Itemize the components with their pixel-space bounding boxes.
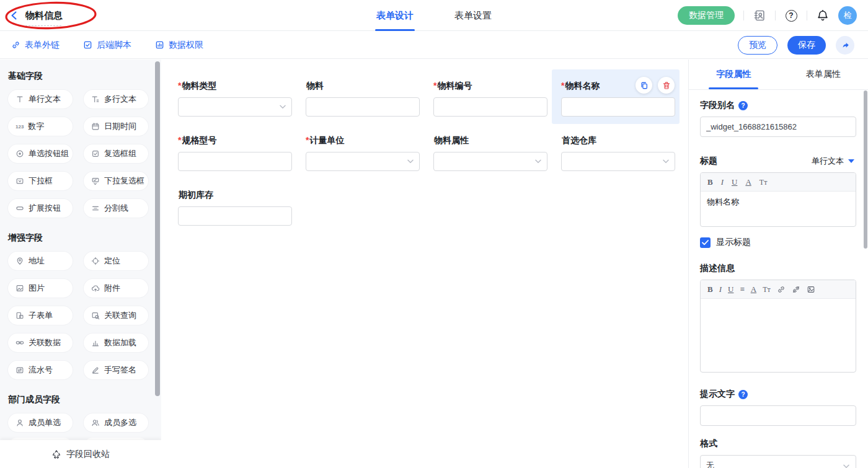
sidebar-item-extend-button[interactable]: 扩展按钮	[8, 199, 73, 218]
data-manage-button[interactable]: 数据管理	[678, 6, 735, 25]
sidebar-item-data-load[interactable]: 数据加载	[84, 333, 148, 352]
sidebar-item-single-line-text[interactable]: 单行文本	[8, 90, 73, 108]
font-color-icon[interactable]: A	[751, 285, 756, 293]
italic-icon[interactable]: I	[719, 285, 722, 293]
sidebar-item-linked-data[interactable]: 关联数据	[8, 333, 73, 352]
sidebar-item-linked-query[interactable]: 关联查询	[84, 306, 148, 325]
basic-fields-grid: 单行文本 多行文本 123数字 日期时间 单选按钮组 复选框组 下拉框 下拉复选…	[8, 90, 149, 218]
tab-form-properties[interactable]: 表单属性	[779, 60, 868, 89]
material-name-input[interactable]	[561, 97, 675, 117]
serial-number-icon	[16, 366, 24, 374]
canvas-field-material-attr[interactable]: 物料属性	[424, 124, 552, 179]
material-type-select[interactable]	[178, 97, 292, 117]
sidebar-item-dropdown[interactable]: 下拉框	[8, 172, 73, 190]
sidebar-scrollbar[interactable]	[155, 61, 160, 396]
required-mark: *	[178, 81, 181, 91]
bold-icon[interactable]: B	[707, 178, 713, 186]
sidebar-item-subform[interactable]: 子表单	[8, 306, 73, 325]
insert-image-icon[interactable]	[807, 285, 815, 294]
copy-field-button[interactable]	[636, 77, 652, 94]
material-input[interactable]	[306, 97, 420, 117]
sidebar-item-signature[interactable]: 手写签名	[84, 361, 148, 379]
help-icon[interactable]: ?	[784, 9, 798, 22]
description-editor-content[interactable]	[701, 299, 856, 372]
sidebar-item-address[interactable]: 地址	[8, 252, 73, 270]
canvas-field-unit[interactable]: *计量单位	[296, 124, 424, 179]
bar-chart-icon	[91, 338, 100, 347]
sidebar-item-image[interactable]: 图片	[8, 279, 73, 298]
sidebar-item-dropdown-multi[interactable]: 下拉复选框	[84, 172, 148, 190]
cloud-upload-icon	[91, 284, 100, 293]
bold-icon[interactable]: B	[707, 285, 713, 293]
form-grid: *物料类型 物料 *物料编号 *物料名称	[161, 60, 688, 233]
required-mark: *	[433, 81, 436, 91]
canvas-field-opening-stock[interactable]: 期初库存	[169, 179, 296, 233]
section-title-member-fields: 部门成员字段	[8, 394, 149, 405]
canvas-field-material-name-selected[interactable]: *物料名称	[552, 69, 680, 124]
caret-down-icon	[848, 159, 854, 163]
tab-field-properties[interactable]: 字段属性	[689, 60, 779, 89]
hint-text-help-icon[interactable]: ?	[738, 390, 748, 399]
sidebar-item-number[interactable]: 123数字	[8, 117, 73, 136]
user-avatar[interactable]: 检	[838, 6, 857, 25]
sidebar-item-attachment[interactable]: 附件	[84, 279, 148, 298]
font-size-icon[interactable]: Tт	[763, 286, 771, 293]
show-title-checkbox[interactable]	[700, 237, 711, 248]
notification-bell-icon[interactable]	[816, 9, 830, 22]
tab-form-settings[interactable]: 表单设置	[454, 0, 492, 31]
preferred-warehouse-select[interactable]	[561, 152, 675, 171]
form-external-link[interactable]: 表单外链	[11, 40, 60, 51]
field-alias-label: 字段别名	[700, 100, 735, 111]
panel-scrollbar[interactable]	[864, 91, 867, 249]
data-permission-link[interactable]: 数据权限	[155, 40, 203, 51]
field-recycle-bin[interactable]: 字段回收站	[0, 440, 161, 468]
trash-icon	[662, 81, 671, 90]
data-permission-icon	[155, 40, 164, 50]
backend-script-link[interactable]: 后端脚本	[83, 40, 131, 51]
sidebar-item-datetime[interactable]: 日期时间	[84, 117, 148, 136]
underline-icon[interactable]: U	[732, 178, 737, 186]
unit-select[interactable]	[306, 152, 420, 171]
opening-stock-input[interactable]	[178, 206, 292, 226]
canvas-field-spec-model[interactable]: *规格型号	[169, 124, 296, 179]
field-palette-sidebar: 基础字段 单行文本 多行文本 123数字 日期时间 单选按钮组 复选框组 下拉框…	[0, 60, 161, 468]
sidebar-item-member-multi[interactable]: 成员多选	[84, 413, 148, 432]
field-alias-help-icon[interactable]: ?	[738, 101, 748, 110]
italic-icon[interactable]: I	[721, 178, 724, 186]
remove-link-icon[interactable]	[792, 285, 800, 294]
hint-text-input[interactable]	[700, 405, 856, 426]
tab-form-design[interactable]: 表单设计	[376, 0, 414, 31]
preview-button[interactable]: 预览	[738, 36, 777, 55]
section-title-enhanced-fields: 增强字段	[8, 232, 149, 244]
canvas-field-material-type[interactable]: *物料类型	[169, 69, 296, 124]
share-arrow-icon	[841, 40, 850, 50]
field-alias-input[interactable]	[700, 117, 856, 137]
title-editor-content[interactable]: 物料名称	[701, 192, 856, 226]
share-button[interactable]	[836, 36, 854, 55]
material-code-input[interactable]	[433, 97, 547, 117]
align-icon[interactable]: ≡	[740, 285, 744, 293]
sidebar-item-location[interactable]: 定位	[84, 252, 148, 270]
material-attr-select[interactable]	[433, 152, 547, 171]
sidebar-item-multi-line-text[interactable]: 多行文本	[84, 90, 148, 108]
font-color-icon[interactable]: A	[745, 178, 751, 186]
sidebar-item-serial-number[interactable]: 流水号	[8, 361, 73, 379]
sidebar-item-radio-group[interactable]: 单选按钮组	[8, 144, 73, 163]
form-canvas[interactable]: *物料类型 物料 *物料编号 *物料名称	[161, 60, 688, 468]
contacts-book-icon[interactable]	[753, 9, 766, 22]
canvas-field-material-code[interactable]: *物料编号	[424, 69, 552, 124]
format-select[interactable]: 无	[700, 455, 856, 468]
field-type-dropdown[interactable]: 单行文本	[805, 152, 856, 170]
insert-link-icon[interactable]	[777, 285, 786, 294]
spec-model-input[interactable]	[178, 152, 292, 171]
canvas-field-material[interactable]: 物料	[296, 69, 424, 124]
underline-icon[interactable]: U	[728, 285, 733, 293]
canvas-field-preferred-warehouse[interactable]: 首选仓库	[552, 124, 680, 179]
property-panel-tabs: 字段属性 表单属性	[689, 60, 868, 90]
save-button[interactable]: 保存	[787, 36, 826, 55]
sidebar-item-divider[interactable]: 分割线	[84, 199, 148, 218]
font-size-icon[interactable]: Tт	[760, 179, 768, 186]
sidebar-item-member-single[interactable]: 成员单选	[8, 413, 73, 432]
delete-field-button[interactable]	[658, 77, 675, 94]
sidebar-item-checkbox-group[interactable]: 复选框组	[84, 144, 148, 163]
